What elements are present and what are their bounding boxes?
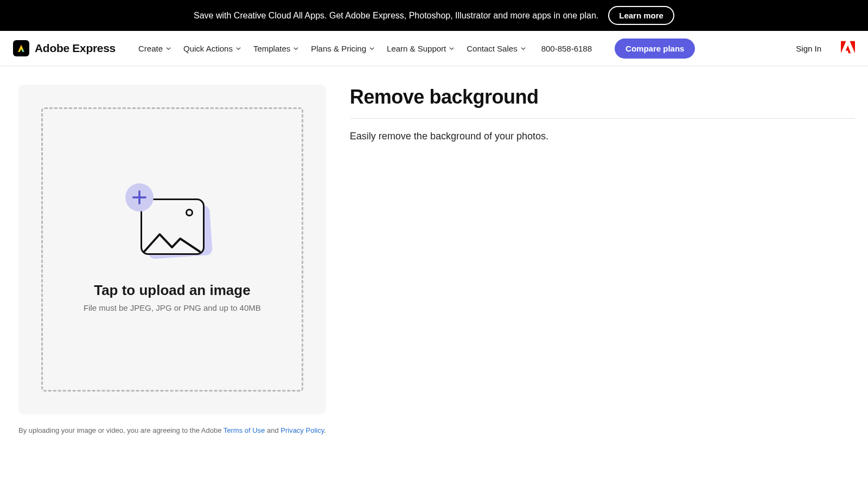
nav-create-label: Create <box>138 44 163 53</box>
side-panel: Remove background Easily remove the back… <box>350 85 855 434</box>
upload-disclaimer: By uploading your image or video, you ar… <box>18 426 326 434</box>
nav-templates-label: Templates <box>253 44 290 53</box>
nav-templates[interactable]: Templates <box>253 44 299 53</box>
upload-panel: Tap to upload an image File must be JPEG… <box>18 85 326 414</box>
promo-banner: Save with Creative Cloud All Apps. Get A… <box>0 0 868 31</box>
upload-column: Tap to upload an image File must be JPEG… <box>18 85 326 434</box>
chevron-down-icon <box>449 46 455 52</box>
upload-illustration <box>129 187 215 262</box>
nav-learn-label: Learn & Support <box>387 44 446 53</box>
nav-contact-label: Contact Sales <box>467 44 517 53</box>
page-title: Remove background <box>350 86 855 119</box>
upload-dropzone[interactable]: Tap to upload an image File must be JPEG… <box>41 107 303 392</box>
adobe-logo-icon[interactable] <box>841 41 855 56</box>
nav-plans-pricing[interactable]: Plans & Pricing <box>311 44 375 53</box>
brand-name: Adobe Express <box>35 42 116 55</box>
terms-of-use-link[interactable]: Terms of Use <box>224 426 265 434</box>
chevron-down-icon <box>369 46 375 52</box>
nav-learn-support[interactable]: Learn & Support <box>387 44 455 53</box>
nav-items: Create Quick Actions Templates Plans & P… <box>138 39 695 59</box>
phone-number[interactable]: 800-858-6188 <box>541 44 592 53</box>
page-description: Easily remove the background of your pho… <box>350 131 855 142</box>
promo-message: Save with Creative Cloud All Apps. Get A… <box>194 11 598 21</box>
adobe-express-logo-icon <box>13 40 29 56</box>
image-frame-icon <box>141 198 205 255</box>
disclaimer-suffix: . <box>324 426 326 434</box>
nav-create[interactable]: Create <box>138 44 171 53</box>
nav-quick-actions-label: Quick Actions <box>183 44 233 53</box>
learn-more-button[interactable]: Learn more <box>608 6 674 25</box>
chevron-down-icon <box>520 46 526 52</box>
sign-in-link[interactable]: Sign In <box>796 44 821 53</box>
upload-headline: Tap to upload an image <box>94 282 250 299</box>
privacy-policy-link[interactable]: Privacy Policy <box>280 426 324 434</box>
nav-quick-actions[interactable]: Quick Actions <box>183 44 241 53</box>
brand-logo[interactable]: Adobe Express <box>13 40 116 56</box>
disclaimer-prefix: By uploading your image or video, you ar… <box>18 426 224 434</box>
main-nav: Adobe Express Create Quick Actions Templ… <box>0 31 868 66</box>
compare-plans-button[interactable]: Compare plans <box>615 39 695 59</box>
disclaimer-and: and <box>265 426 280 434</box>
main-content: Tap to upload an image File must be JPEG… <box>0 66 868 434</box>
chevron-down-icon <box>165 46 171 52</box>
nav-contact-sales[interactable]: Contact Sales <box>467 44 526 53</box>
upload-subtext: File must be JPEG, JPG or PNG and up to … <box>84 303 261 312</box>
chevron-down-icon <box>293 46 299 52</box>
chevron-down-icon <box>235 46 241 52</box>
nav-plans-label: Plans & Pricing <box>311 44 366 53</box>
